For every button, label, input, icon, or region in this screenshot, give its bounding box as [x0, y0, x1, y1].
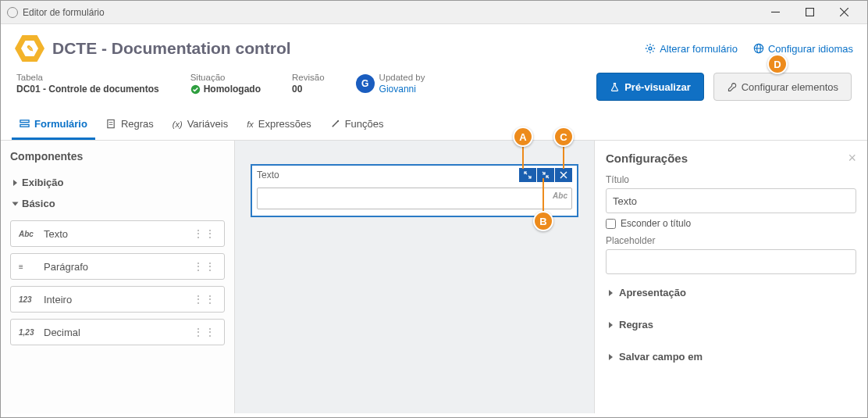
- component-text[interactable]: Abc Texto ⋮⋮: [10, 220, 225, 247]
- link-change-form-label: Alterar formulário: [660, 43, 738, 55]
- placeholder-input[interactable]: [606, 249, 856, 274]
- page-title: DCTE - Documentation control: [52, 39, 291, 58]
- title-bar: Editor de formulário: [1, 1, 867, 24]
- meta-row: Tabela DC01 - Controle de documentos Sit…: [1, 70, 867, 112]
- title-input[interactable]: [606, 188, 856, 213]
- block-text-input[interactable]: [257, 188, 572, 209]
- form-canvas[interactable]: Texto Abc A C B: [235, 141, 594, 413]
- meta-status-label: Situação: [190, 73, 261, 82]
- link-change-form[interactable]: Alterar formulário: [645, 43, 738, 55]
- page-header: ✎ DCTE - Documentation control Alterar f…: [1, 24, 867, 70]
- maximize-button[interactable]: [792, 1, 827, 24]
- tab-rules[interactable]: Regras: [98, 112, 162, 140]
- annotation-a-line: [522, 145, 524, 169]
- hide-title-checkbox[interactable]: [606, 219, 616, 229]
- drag-handle-icon[interactable]: ⋮⋮: [193, 227, 216, 240]
- component-decimal-label: Decimal: [44, 327, 80, 338]
- svg-line-14: [332, 121, 337, 127]
- block-label: Texto: [257, 170, 279, 180]
- preview-button[interactable]: Pré-visualizar: [596, 73, 704, 101]
- meta-revision: Revisão 00: [292, 73, 325, 95]
- caret-right-icon: [609, 354, 613, 360]
- caret-down-icon: [12, 202, 19, 205]
- tab-vars-label: Variáveis: [187, 118, 229, 130]
- title-field-label: Título: [606, 174, 856, 185]
- globe-icon: [753, 43, 764, 54]
- component-integer-label: Inteiro: [44, 294, 72, 305]
- tab-variables[interactable]: (x) Variáveis: [165, 112, 236, 140]
- svg-point-4: [649, 47, 652, 50]
- drag-handle-icon[interactable]: ⋮⋮: [193, 293, 216, 305]
- link-configure-languages[interactable]: Configurar idiomas: [753, 43, 853, 55]
- annotation-b-line: [542, 178, 544, 213]
- abc-icon: Abc: [19, 230, 37, 238]
- group-display[interactable]: Exibição: [10, 172, 225, 193]
- svg-rect-11: [108, 120, 114, 127]
- minimize-button[interactable]: [758, 1, 792, 24]
- meta-table-value: DC01 - Controle de documentos: [16, 84, 159, 95]
- placeholder-field-label: Placeholder: [606, 235, 856, 246]
- component-text-label: Texto: [44, 228, 68, 240]
- accordion-rules-label: Regras: [619, 319, 653, 330]
- accordion-save-label: Salvar campo em: [619, 351, 703, 363]
- configure-elements-button[interactable]: Configurar elementos: [713, 73, 852, 101]
- decimal-icon: 1,23: [19, 328, 37, 337]
- group-display-label: Exibição: [22, 177, 63, 188]
- drag-handle-icon[interactable]: ⋮⋮: [193, 326, 216, 338]
- svg-rect-1: [806, 9, 813, 16]
- number-icon: 123: [19, 295, 37, 304]
- configure-elements-label: Configurar elementos: [742, 81, 838, 93]
- preview-button-label: Pré-visualizar: [624, 81, 691, 93]
- component-paragraph[interactable]: ≡ Parágrafo ⋮⋮: [10, 253, 225, 280]
- annotation-c-line: [563, 145, 564, 169]
- close-icon: [560, 171, 567, 179]
- sidebar-heading: Componentes: [10, 150, 225, 163]
- tab-rules-label: Regras: [121, 118, 154, 130]
- hide-title-label: Esconder o título: [621, 218, 691, 229]
- accordion-presentation-label: Apresentação: [619, 287, 686, 298]
- expand-button[interactable]: [519, 168, 536, 182]
- svg-rect-9: [20, 120, 29, 123]
- annotation-a: A: [513, 127, 533, 147]
- annotation-c: C: [553, 127, 574, 147]
- link-langs-label: Configurar idiomas: [768, 43, 853, 55]
- meta-table: Tabela DC01 - Controle de documentos: [16, 73, 159, 95]
- collapse-button[interactable]: [537, 168, 554, 182]
- selected-component-block[interactable]: Texto Abc: [251, 164, 578, 217]
- form-hex-icon: ✎: [15, 34, 44, 63]
- group-basic[interactable]: Básico: [10, 193, 225, 214]
- window-title: Editor de formulário: [23, 7, 105, 18]
- tab-func-label: Funções: [345, 118, 384, 130]
- body: Componentes Exibição Básico Abc Texto ⋮⋮…: [1, 141, 867, 413]
- abc-inline-icon: Abc: [553, 191, 567, 200]
- accordion-rules[interactable]: Regras: [606, 311, 856, 338]
- settings-heading: Configurações: [606, 152, 688, 165]
- svg-rect-10: [20, 124, 29, 127]
- caret-right-icon: [609, 290, 613, 296]
- component-decimal[interactable]: 1,23 Decimal ⋮⋮: [10, 319, 225, 345]
- close-panel-button[interactable]: ×: [848, 150, 856, 166]
- caret-right-icon: [609, 322, 613, 328]
- close-window-button[interactable]: [827, 1, 861, 24]
- expand-icon: [524, 171, 532, 179]
- meta-updated-user[interactable]: Giovanni: [379, 84, 425, 95]
- component-integer[interactable]: 123 Inteiro ⋮⋮: [10, 286, 225, 313]
- tab-form[interactable]: Formulário: [12, 112, 95, 140]
- meta-updated-label: Updated by: [379, 73, 425, 82]
- tab-functions[interactable]: Funções: [322, 112, 392, 140]
- tab-expressions[interactable]: fx Expressões: [239, 112, 318, 140]
- avatar: G: [356, 74, 375, 93]
- wrench-icon: [727, 82, 737, 92]
- remove-button[interactable]: [555, 168, 572, 182]
- accordion-save-field[interactable]: Salvar campo em: [606, 343, 856, 370]
- caret-right-icon: [13, 180, 17, 186]
- paragraph-icon: ≡: [19, 263, 37, 271]
- wand-icon: [330, 119, 340, 129]
- tab-form-label: Formulário: [34, 118, 87, 130]
- accordion-presentation[interactable]: Apresentação: [606, 279, 856, 306]
- settings-panel: Configurações × Título Esconder o título…: [594, 141, 867, 413]
- variable-icon: (x): [173, 120, 183, 129]
- tabs: Formulário Regras (x) Variáveis fx Expre…: [1, 112, 867, 141]
- meta-updated-by: G Updated by Giovanni: [356, 73, 425, 95]
- drag-handle-icon[interactable]: ⋮⋮: [193, 260, 216, 273]
